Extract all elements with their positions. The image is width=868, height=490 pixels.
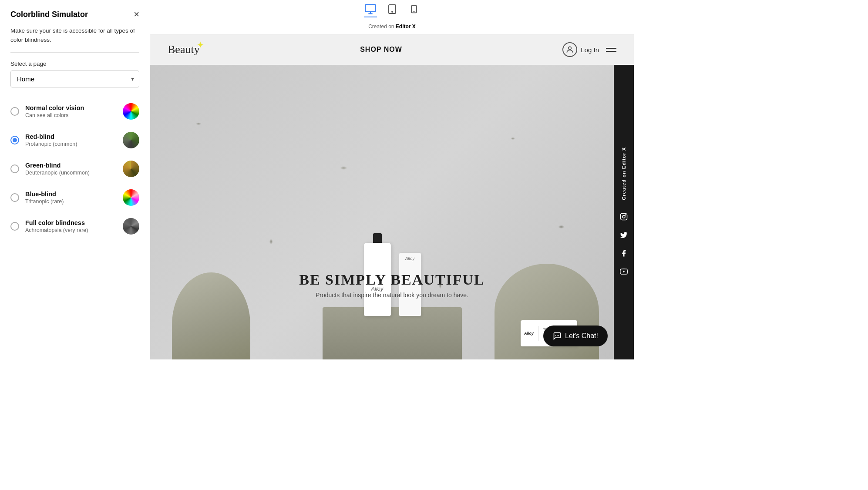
svg-point-10 bbox=[625, 215, 626, 215]
instagram-icon[interactable] bbox=[620, 213, 628, 222]
svg-rect-8 bbox=[621, 214, 627, 220]
color-wheel-red bbox=[123, 132, 139, 148]
radio-normal[interactable] bbox=[10, 107, 19, 116]
close-button[interactable]: × bbox=[134, 10, 139, 19]
hero-subtitle: Products that inspire the natural look y… bbox=[299, 292, 485, 299]
option-blue-name: Blue-blind bbox=[25, 191, 117, 198]
option-list: Normal color vision Can see all colors R… bbox=[10, 97, 139, 241]
right-panel: Created on Editor X Beauty SHOP NOW bbox=[150, 0, 634, 359]
chat-button-label: Let's Chat! bbox=[565, 332, 598, 340]
device-top-bar: Created on Editor X bbox=[150, 0, 634, 34]
device-icons-row bbox=[364, 5, 421, 21]
editor-x-brand: Editor X bbox=[396, 23, 416, 30]
svg-marker-11 bbox=[623, 271, 625, 273]
option-full-name: Full color blindness bbox=[25, 219, 117, 226]
svg-point-6 bbox=[414, 11, 414, 12]
svg-point-12 bbox=[555, 335, 556, 336]
chat-button[interactable]: Let's Chat! bbox=[543, 326, 608, 346]
svg-point-7 bbox=[569, 47, 572, 50]
radio-full-blind[interactable] bbox=[10, 222, 19, 231]
option-normal-desc: Can see all colors bbox=[25, 112, 117, 118]
page-select-wrapper: Home About Shop Contact ▾ bbox=[10, 70, 139, 87]
editor-x-sidebar-label: Created on Editor X bbox=[621, 147, 626, 200]
tube-brand-label: Alloy bbox=[405, 256, 415, 261]
select-page-label: Select a page bbox=[10, 60, 139, 67]
login-text[interactable]: Log In bbox=[581, 46, 599, 54]
svg-point-13 bbox=[557, 335, 558, 336]
svg-point-4 bbox=[392, 11, 393, 12]
option-full-blind[interactable]: Full color blindness Achromatopsia (very… bbox=[10, 212, 139, 241]
tablet-device-icon[interactable] bbox=[386, 5, 399, 17]
page-select[interactable]: Home About Shop Contact bbox=[10, 70, 139, 87]
site-preview: Beauty SHOP NOW Log In bbox=[150, 34, 634, 359]
color-wheel-full bbox=[123, 218, 139, 235]
nav-right: Log In bbox=[562, 42, 616, 57]
hero-text: BE SIMPLY BEAUTIFUL Products that inspir… bbox=[299, 272, 485, 299]
site-nav-links: SHOP NOW bbox=[213, 46, 550, 54]
editor-x-label: Created on Editor X bbox=[368, 21, 416, 34]
site-logo: Beauty bbox=[168, 43, 200, 56]
moisturizer-brand: Alloy bbox=[524, 331, 534, 336]
hero-section: Alloy Alloy BE SIMPLY BEAUTIFUL Products… bbox=[150, 65, 634, 359]
panel-title: Colorblind Simulator bbox=[10, 10, 88, 20]
option-green-name: Green-blind bbox=[25, 162, 117, 169]
user-avatar-icon bbox=[562, 42, 577, 57]
app-container: Colorblind Simulator × Make sure your si… bbox=[0, 0, 634, 359]
option-blue-desc: Tritanopic (rare) bbox=[25, 198, 117, 205]
radio-blue-blind[interactable] bbox=[10, 193, 19, 202]
site-nav: Beauty SHOP NOW Log In bbox=[150, 34, 634, 65]
svg-point-9 bbox=[622, 215, 625, 218]
panel-header: Colorblind Simulator × bbox=[10, 10, 139, 20]
option-normal-name: Normal color vision bbox=[25, 104, 117, 111]
pump-top bbox=[373, 233, 382, 244]
left-panel: Colorblind Simulator × Make sure your si… bbox=[0, 0, 150, 359]
option-normal[interactable]: Normal color vision Can see all colors bbox=[10, 97, 139, 126]
option-red-blind[interactable]: Red-blind Protanopic (common) bbox=[10, 126, 139, 154]
shop-now-button[interactable]: SHOP NOW bbox=[360, 46, 402, 54]
preview-area: Beauty SHOP NOW Log In bbox=[150, 34, 634, 359]
option-blue-blind[interactable]: Blue-blind Tritanopic (rare) bbox=[10, 183, 139, 212]
hamburger-menu-icon[interactable] bbox=[606, 48, 616, 52]
youtube-icon[interactable] bbox=[620, 268, 628, 277]
option-red-desc: Protanopic (common) bbox=[25, 141, 117, 147]
option-green-desc: Deuteranopic (uncommon) bbox=[25, 170, 117, 176]
option-green-blind[interactable]: Green-blind Deuteranopic (uncommon) bbox=[10, 154, 139, 183]
twitter-icon[interactable] bbox=[620, 231, 628, 241]
color-wheel-blue bbox=[123, 189, 139, 206]
svg-rect-0 bbox=[365, 5, 375, 12]
color-wheel-normal bbox=[123, 103, 139, 120]
facebook-icon[interactable] bbox=[620, 249, 628, 259]
option-red-name: Red-blind bbox=[25, 133, 117, 140]
chat-icon bbox=[553, 332, 562, 340]
option-full-desc: Achromatopsia (very rare) bbox=[25, 227, 117, 233]
login-area: Log In bbox=[562, 42, 599, 57]
radio-red-blind[interactable] bbox=[10, 136, 19, 144]
hero-title: BE SIMPLY BEAUTIFUL bbox=[299, 272, 485, 288]
editor-x-sidebar: Created on Editor X bbox=[614, 65, 634, 359]
color-wheel-green bbox=[123, 161, 139, 177]
radio-green-blind[interactable] bbox=[10, 164, 19, 173]
desktop-device-icon[interactable] bbox=[364, 5, 377, 17]
panel-description: Make sure your site is accessible for al… bbox=[10, 27, 139, 44]
svg-point-14 bbox=[558, 335, 559, 336]
mobile-device-icon[interactable] bbox=[407, 5, 421, 17]
divider bbox=[10, 52, 139, 53]
